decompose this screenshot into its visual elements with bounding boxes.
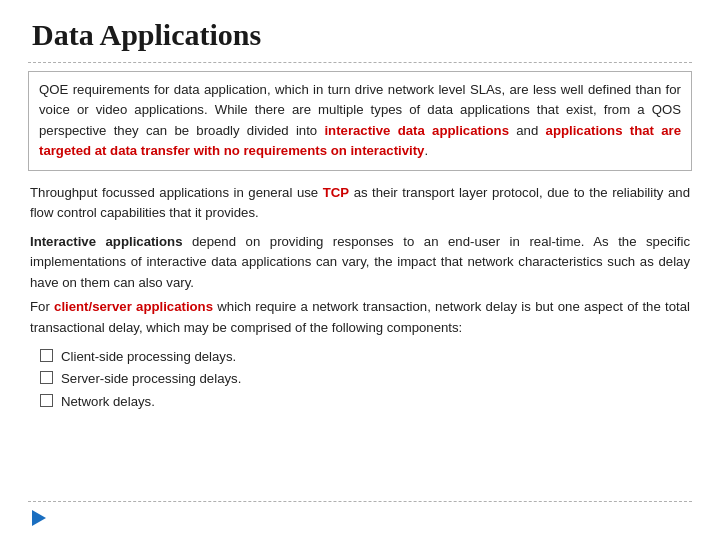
client-server-label: client/server applications bbox=[54, 299, 213, 314]
checkbox-icon-2 bbox=[40, 371, 53, 384]
page-title: Data Applications bbox=[28, 18, 692, 52]
list-item: Server-side processing delays. bbox=[40, 368, 690, 390]
client-server-para: For client/server applications which req… bbox=[30, 297, 690, 338]
highlight-box: QOE requirements for data application, w… bbox=[28, 71, 692, 171]
list-item: Network delays. bbox=[40, 391, 690, 413]
interactive-para: Interactive applications depend on provi… bbox=[30, 232, 690, 293]
bullet-list: Client-side processing delays. Server-si… bbox=[30, 346, 690, 413]
highlight-text-middle: and bbox=[509, 123, 546, 138]
for-text: For bbox=[30, 299, 54, 314]
page: Data Applications QOE requirements for d… bbox=[0, 0, 720, 540]
bullet-text-2: Server-side processing delays. bbox=[61, 368, 241, 390]
tcp-label: TCP bbox=[323, 185, 349, 200]
checkbox-icon-1 bbox=[40, 349, 53, 362]
bullet-text-1: Client-side processing delays. bbox=[61, 346, 236, 368]
highlight-text: QOE requirements for data application, w… bbox=[39, 80, 681, 162]
checkbox-icon-3 bbox=[40, 394, 53, 407]
bottom-divider bbox=[28, 501, 692, 502]
highlight-red-1: interactive data applications bbox=[324, 123, 509, 138]
next-arrow-icon[interactable] bbox=[32, 510, 46, 526]
interactive-bold: Interactive applications bbox=[30, 234, 182, 249]
highlight-text-after: . bbox=[424, 143, 428, 158]
bullet-text-3: Network delays. bbox=[61, 391, 155, 413]
throughput-text-before: Throughput focussed applications in gene… bbox=[30, 185, 323, 200]
content-section: Throughput focussed applications in gene… bbox=[28, 183, 692, 413]
top-divider bbox=[28, 62, 692, 63]
throughput-para: Throughput focussed applications in gene… bbox=[30, 183, 690, 224]
list-item: Client-side processing delays. bbox=[40, 346, 690, 368]
